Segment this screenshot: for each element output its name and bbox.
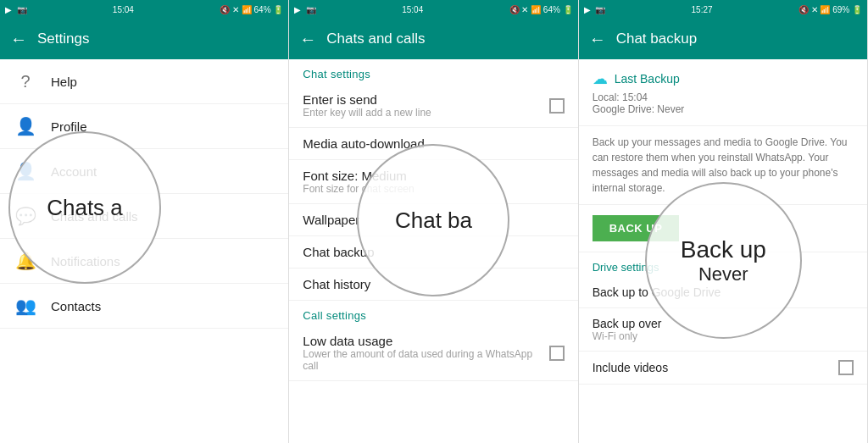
- status-right-3: 🔇 ✕ 📶 69% 🔋: [798, 5, 862, 14]
- settings-title: Settings: [37, 30, 278, 47]
- call-settings-header: Call settings: [289, 301, 577, 325]
- status-bar-3: ▶ 📷 15:27 🔇 ✕ 📶 69% 🔋: [579, 0, 867, 19]
- media-auto-download-item[interactable]: Media auto-download: [289, 128, 577, 160]
- status-time-3: 15:27: [692, 5, 713, 14]
- enter-is-send-item[interactable]: Enter is send Enter key will add a new l…: [289, 84, 577, 128]
- backup-button[interactable]: BACK UP: [593, 215, 680, 241]
- chats-label: Chats and calls: [51, 209, 138, 224]
- drive-backup-to-text: Back up to Google Drive: [593, 285, 721, 299]
- last-backup-section: ☁ Last Backup Local: 15:04 Google Drive:…: [579, 59, 867, 126]
- include-videos-text: Include videos: [593, 361, 669, 374]
- status-time-2: 15:04: [402, 5, 423, 14]
- wallpaper-item[interactable]: Wallpaper: [289, 204, 577, 236]
- enter-is-send-checkbox[interactable]: [549, 98, 565, 114]
- local-label: Local: 15:04: [593, 91, 854, 103]
- status-bar-2: ▶ 📷 15:04 🔇 ✕ 📶 64% 🔋: [289, 0, 577, 19]
- settings-item-help[interactable]: ? Help: [0, 59, 288, 104]
- chat-backup-panel: ▶ 📷 15:27 🔇 ✕ 📶 69% 🔋 ← Chat backup ☁ La…: [579, 0, 868, 443]
- back-arrow-1[interactable]: ←: [10, 30, 27, 49]
- include-videos-item[interactable]: Include videos: [579, 352, 867, 385]
- settings-item-notifications[interactable]: 🔔 Notifications: [0, 239, 288, 284]
- chat-history-text: Chat history: [303, 277, 564, 291]
- status-left-2: ▶ 📷: [294, 5, 316, 14]
- contacts-icon: 👥: [14, 294, 37, 318]
- app-bar-3: ← Chat backup: [579, 19, 867, 59]
- chat-backup-text: Chat backup: [303, 245, 564, 259]
- include-videos-checkbox[interactable]: [838, 360, 854, 375]
- account-label: Account: [51, 164, 97, 179]
- drive-backup-over-item[interactable]: Back up over Wi-Fi only: [579, 308, 867, 352]
- settings-list: ? Help 👤 Profile 👤 Account 💬 Chats and c…: [0, 59, 288, 443]
- app-bar-1: ← Settings: [0, 19, 288, 59]
- backup-button-area: BACK UP: [579, 205, 867, 252]
- settings-panel: ▶ 📷 15:04 🔇 ✕ 📶 64% 🔋 ← Settings ? Help …: [0, 0, 289, 443]
- settings-item-chats[interactable]: 💬 Chats and calls: [0, 194, 288, 239]
- chats-icon: 💬: [14, 204, 37, 228]
- chats-calls-title: Chats and calls: [326, 30, 567, 47]
- help-label: Help: [51, 75, 77, 89]
- profile-icon: 👤: [14, 114, 37, 138]
- app-bar-2: ← Chats and calls: [289, 19, 577, 59]
- drive-backup-over-text: Back up over Wi-Fi only: [593, 317, 662, 342]
- notifications-icon: 🔔: [14, 249, 37, 273]
- help-icon: ?: [14, 69, 37, 93]
- back-arrow-2[interactable]: ←: [299, 30, 316, 49]
- drive-settings-header: Drive settings: [579, 252, 867, 277]
- profile-label: Profile: [51, 119, 87, 134]
- settings-item-profile[interactable]: 👤 Profile: [0, 104, 288, 149]
- font-size-item[interactable]: Font size: Medium Font size for chat scr…: [289, 160, 577, 204]
- chat-history-item[interactable]: Chat history: [289, 269, 577, 301]
- chats-calls-panel: ▶ 📷 15:04 🔇 ✕ 📶 64% 🔋 ← Chats and calls …: [289, 0, 578, 443]
- last-backup-title: ☁ Last Backup: [593, 69, 854, 88]
- drive-label: Google Drive: Never: [593, 103, 854, 115]
- chat-backup-item[interactable]: Chat backup: [289, 236, 577, 269]
- chat-backup-title: Chat backup: [616, 30, 857, 47]
- low-data-checkbox[interactable]: [549, 346, 565, 361]
- status-time-1: 15:04: [113, 5, 134, 14]
- enter-is-send-text: Enter is send Enter key will add a new l…: [303, 92, 548, 119]
- status-bar-1: ▶ 📷 15:04 🔇 ✕ 📶 64% 🔋: [0, 0, 288, 19]
- status-right-1: 🔇 ✕ 📶 64% 🔋: [220, 5, 283, 14]
- status-left-1: ▶ 📷: [5, 5, 27, 14]
- settings-item-contacts[interactable]: 👥 Contacts: [0, 284, 288, 329]
- settings-item-account[interactable]: 👤 Account: [0, 149, 288, 194]
- contacts-label: Contacts: [51, 299, 101, 313]
- back-arrow-3[interactable]: ←: [589, 30, 606, 49]
- status-right-2: 🔇 ✕ 📶 64% 🔋: [509, 5, 573, 14]
- backup-description: Back up your messages and media to Googl…: [579, 126, 867, 205]
- account-icon: 👤: [14, 159, 37, 183]
- notifications-label: Notifications: [51, 254, 120, 269]
- media-auto-text: Media auto-download: [303, 136, 564, 151]
- drive-backup-to-item[interactable]: Back up to Google Drive: [579, 277, 867, 308]
- status-left-3: ▶ 📷: [584, 5, 606, 14]
- wallpaper-text: Wallpaper: [303, 213, 564, 227]
- chat-settings-header: Chat settings: [289, 59, 577, 84]
- low-data-usage-item[interactable]: Low data usage Lower the amount of data …: [289, 325, 577, 381]
- font-size-text: Font size: Medium Font size for chat scr…: [303, 169, 564, 195]
- cloud-upload-icon: ☁: [593, 69, 608, 88]
- low-data-text: Low data usage Lower the amount of data …: [303, 334, 548, 372]
